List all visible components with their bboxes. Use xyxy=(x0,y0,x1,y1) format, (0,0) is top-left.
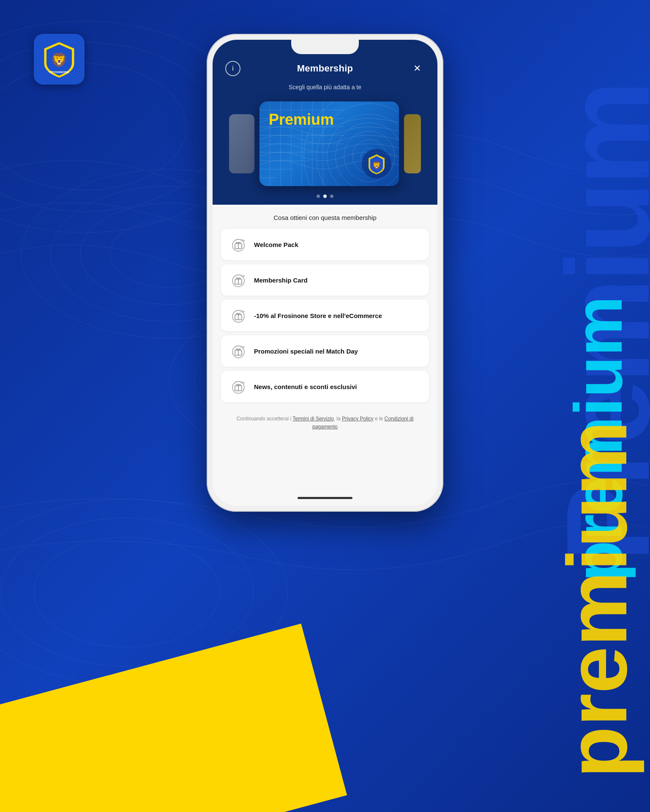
home-bar xyxy=(298,497,352,499)
page-title: Membership xyxy=(297,63,353,74)
club-logo: 🦁 FROSINONE xyxy=(34,34,85,85)
info-button[interactable]: i xyxy=(225,61,240,76)
section-title: Cosa ottieni con questa membership xyxy=(221,214,429,221)
svg-text:✦: ✦ xyxy=(241,310,243,312)
phone-notch xyxy=(291,40,359,54)
benefit-icon-4: ✦ ✦ xyxy=(229,378,247,395)
membership-card[interactable]: Premium 🦁 xyxy=(259,102,399,186)
privacy-link[interactable]: Privacy Policy xyxy=(342,416,374,422)
benefit-label-2: -10% al Frosinone Store e nell'eCommerce xyxy=(254,312,382,319)
content-area: Cosa ottieni con questa membership ✦ ✦ W… xyxy=(213,205,437,493)
phone-outer: i Membership ✕ Scegli quella più adatta … xyxy=(207,34,443,512)
next-card[interactable] xyxy=(404,114,421,173)
benefit-label-3: Promozioni speciali nel Match Day xyxy=(254,348,358,355)
svg-text:✦: ✦ xyxy=(241,274,243,277)
benefit-item-3: ✦ ✦ Promozioni speciali nel Match Day xyxy=(221,335,429,367)
benefit-icon-3: ✦ ✦ xyxy=(229,342,247,360)
terms-link[interactable]: Termini di Servizio xyxy=(292,416,333,422)
svg-text:✦: ✦ xyxy=(241,381,243,383)
svg-point-5 xyxy=(0,42,220,211)
benefit-item-0: ✦ ✦ Welcome Pack xyxy=(221,229,429,260)
svg-text:✦: ✦ xyxy=(241,345,243,348)
legal-suffix: e le xyxy=(374,416,385,422)
benefit-icon-2: ✦ ✦ xyxy=(229,307,247,324)
header-subtitle: Scegli quella più adatta a te xyxy=(213,84,437,97)
phone-wrapper: i Membership ✕ Scegli quella più adatta … xyxy=(207,34,443,512)
benefit-label-4: News, contenuti e sconti esclusivi xyxy=(254,383,357,390)
card-logo: 🦁 xyxy=(362,149,391,178)
dot-2[interactable] xyxy=(323,195,327,198)
dot-1[interactable] xyxy=(317,195,320,198)
prev-card[interactable] xyxy=(229,114,254,173)
svg-text:✦: ✦ xyxy=(241,239,243,241)
phone-inner: i Membership ✕ Scegli quella più adatta … xyxy=(213,40,437,506)
carousel-dots xyxy=(213,195,437,205)
benefit-item-4: ✦ ✦ News, contenuti e sconti esclusivi xyxy=(221,371,429,402)
benefit-label-0: Welcome Pack xyxy=(254,241,298,248)
legal-prefix: Continuando accetterai i xyxy=(237,416,293,422)
legal-middle: , la xyxy=(334,416,342,422)
benefit-item-2: ✦ ✦ -10% al Frosinone Store e nell'eComm… xyxy=(221,300,429,331)
svg-text:🦁: 🦁 xyxy=(51,52,68,68)
svg-point-11 xyxy=(34,537,220,647)
home-indicator xyxy=(213,493,437,506)
benefit-icon-0: ✦ ✦ xyxy=(229,236,247,253)
benefit-icon-1: ✦ ✦ xyxy=(229,271,247,289)
close-button[interactable]: ✕ xyxy=(410,61,425,76)
svg-text:FROSINONE: FROSINONE xyxy=(49,70,69,74)
legal-text: Continuando accetterai i Termini di Serv… xyxy=(221,406,429,438)
svg-text:🦁: 🦁 xyxy=(372,161,382,170)
benefit-label-1: Membership Card xyxy=(254,277,308,284)
benefits-list: ✦ ✦ Welcome Pack ✦ ✦ Membership Card ✦ ✦… xyxy=(221,229,429,402)
card-carousel: Premium 🦁 xyxy=(213,97,437,195)
dot-3[interactable] xyxy=(330,195,333,198)
svg-point-6 xyxy=(0,63,186,190)
svg-point-10 xyxy=(0,518,254,666)
benefit-item-1: ✦ ✦ Membership Card xyxy=(221,264,429,296)
card-premium-label: Premium xyxy=(269,111,334,129)
